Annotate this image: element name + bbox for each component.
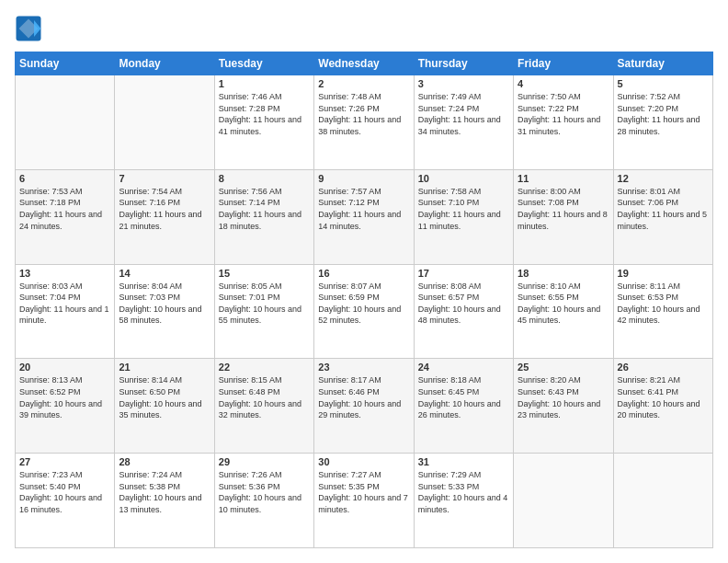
calendar-week-row: 27Sunrise: 7:23 AM Sunset: 5:40 PM Dayli… — [16, 454, 713, 548]
calendar-day-cell: 1Sunrise: 7:46 AM Sunset: 7:28 PM Daylig… — [214, 75, 313, 170]
calendar-day-cell: 3Sunrise: 7:49 AM Sunset: 7:24 PM Daylig… — [414, 75, 513, 170]
calendar-week-row: 1Sunrise: 7:46 AM Sunset: 7:28 PM Daylig… — [16, 75, 713, 170]
day-info: Sunrise: 8:05 AM Sunset: 7:01 PM Dayligh… — [219, 281, 310, 327]
day-info: Sunrise: 8:08 AM Sunset: 6:57 PM Dayligh… — [418, 281, 509, 327]
calendar-header-sunday: Sunday — [16, 52, 115, 75]
calendar-week-row: 6Sunrise: 7:53 AM Sunset: 7:18 PM Daylig… — [16, 169, 713, 264]
calendar-header-monday: Monday — [115, 52, 214, 75]
calendar-day-cell: 25Sunrise: 8:20 AM Sunset: 6:43 PM Dayli… — [514, 359, 613, 454]
day-info: Sunrise: 8:20 AM Sunset: 6:43 PM Dayligh… — [518, 374, 609, 420]
calendar-header-row: SundayMondayTuesdayWednesdayThursdayFrid… — [16, 52, 713, 75]
calendar-day-cell: 24Sunrise: 8:18 AM Sunset: 6:45 PM Dayli… — [414, 359, 513, 454]
calendar-header-wednesday: Wednesday — [314, 52, 414, 75]
day-info: Sunrise: 8:14 AM Sunset: 6:50 PM Dayligh… — [119, 374, 210, 420]
day-info: Sunrise: 8:04 AM Sunset: 7:03 PM Dayligh… — [119, 281, 210, 327]
calendar-day-cell: 16Sunrise: 8:07 AM Sunset: 6:59 PM Dayli… — [314, 264, 414, 359]
day-number: 24 — [418, 362, 509, 373]
calendar-day-cell: 14Sunrise: 8:04 AM Sunset: 7:03 PM Dayli… — [115, 264, 214, 359]
day-number: 26 — [618, 362, 709, 373]
calendar-day-cell: 17Sunrise: 8:08 AM Sunset: 6:57 PM Dayli… — [414, 264, 513, 359]
calendar-day-cell: 6Sunrise: 7:53 AM Sunset: 7:18 PM Daylig… — [16, 169, 115, 264]
day-number: 25 — [518, 362, 609, 373]
calendar-day-cell: 23Sunrise: 8:17 AM Sunset: 6:46 PM Dayli… — [314, 359, 414, 454]
calendar-week-row: 13Sunrise: 8:03 AM Sunset: 7:04 PM Dayli… — [16, 264, 713, 359]
day-number: 31 — [418, 456, 509, 467]
calendar-day-cell: 27Sunrise: 7:23 AM Sunset: 5:40 PM Dayli… — [16, 454, 115, 548]
day-info: Sunrise: 7:23 AM Sunset: 5:40 PM Dayligh… — [19, 469, 110, 515]
day-info: Sunrise: 7:58 AM Sunset: 7:10 PM Dayligh… — [418, 186, 509, 232]
calendar-day-cell: 2Sunrise: 7:48 AM Sunset: 7:26 PM Daylig… — [314, 75, 414, 170]
calendar-day-cell: 22Sunrise: 8:15 AM Sunset: 6:48 PM Dayli… — [214, 359, 313, 454]
day-number: 20 — [19, 362, 110, 373]
day-info: Sunrise: 7:56 AM Sunset: 7:14 PM Dayligh… — [219, 186, 310, 232]
page: SundayMondayTuesdayWednesdayThursdayFrid… — [0, 0, 728, 563]
calendar-day-cell: 28Sunrise: 7:24 AM Sunset: 5:38 PM Dayli… — [115, 454, 214, 548]
calendar-header-friday: Friday — [514, 52, 613, 75]
calendar-day-cell: 12Sunrise: 8:01 AM Sunset: 7:06 PM Dayli… — [613, 169, 712, 264]
day-number: 10 — [418, 173, 509, 184]
day-number: 2 — [318, 78, 409, 89]
day-info: Sunrise: 8:13 AM Sunset: 6:52 PM Dayligh… — [19, 374, 110, 420]
day-info: Sunrise: 7:26 AM Sunset: 5:36 PM Dayligh… — [219, 469, 310, 515]
day-info: Sunrise: 8:17 AM Sunset: 6:46 PM Dayligh… — [318, 374, 409, 420]
day-number: 21 — [119, 362, 210, 373]
calendar-week-row: 20Sunrise: 8:13 AM Sunset: 6:52 PM Dayli… — [16, 359, 713, 454]
day-info: Sunrise: 7:46 AM Sunset: 7:28 PM Dayligh… — [219, 91, 310, 137]
day-info: Sunrise: 8:21 AM Sunset: 6:41 PM Dayligh… — [618, 374, 709, 420]
day-info: Sunrise: 8:07 AM Sunset: 6:59 PM Dayligh… — [318, 281, 409, 327]
day-info: Sunrise: 7:52 AM Sunset: 7:20 PM Dayligh… — [618, 91, 709, 137]
day-number: 6 — [19, 173, 110, 184]
calendar-day-cell: 20Sunrise: 8:13 AM Sunset: 6:52 PM Dayli… — [16, 359, 115, 454]
calendar-day-cell: 15Sunrise: 8:05 AM Sunset: 7:01 PM Dayli… — [214, 264, 313, 359]
day-number: 22 — [219, 362, 310, 373]
header — [15, 15, 713, 42]
day-number: 13 — [19, 268, 110, 279]
day-number: 9 — [318, 173, 409, 184]
day-number: 12 — [618, 173, 709, 184]
calendar-day-cell: 10Sunrise: 7:58 AM Sunset: 7:10 PM Dayli… — [414, 169, 513, 264]
day-number: 11 — [518, 173, 609, 184]
calendar-day-cell: 9Sunrise: 7:57 AM Sunset: 7:12 PM Daylig… — [314, 169, 414, 264]
day-number: 1 — [219, 78, 310, 89]
calendar-day-cell: 7Sunrise: 7:54 AM Sunset: 7:16 PM Daylig… — [115, 169, 214, 264]
day-number: 14 — [119, 268, 210, 279]
calendar-table: SundayMondayTuesdayWednesdayThursdayFrid… — [15, 52, 713, 548]
day-info: Sunrise: 7:27 AM Sunset: 5:35 PM Dayligh… — [318, 469, 409, 515]
day-info: Sunrise: 7:48 AM Sunset: 7:26 PM Dayligh… — [318, 91, 409, 137]
calendar-header-thursday: Thursday — [414, 52, 513, 75]
calendar-day-cell: 19Sunrise: 8:11 AM Sunset: 6:53 PM Dayli… — [613, 264, 712, 359]
day-info: Sunrise: 8:00 AM Sunset: 7:08 PM Dayligh… — [518, 186, 609, 232]
day-number: 28 — [119, 456, 210, 467]
day-info: Sunrise: 8:15 AM Sunset: 6:48 PM Dayligh… — [219, 374, 310, 420]
day-number: 16 — [318, 268, 409, 279]
calendar-day-cell: 8Sunrise: 7:56 AM Sunset: 7:14 PM Daylig… — [214, 169, 313, 264]
day-number: 23 — [318, 362, 409, 373]
calendar-day-cell: 4Sunrise: 7:50 AM Sunset: 7:22 PM Daylig… — [514, 75, 613, 170]
day-info: Sunrise: 8:01 AM Sunset: 7:06 PM Dayligh… — [618, 186, 709, 232]
day-number: 4 — [518, 78, 609, 89]
day-info: Sunrise: 7:24 AM Sunset: 5:38 PM Dayligh… — [119, 469, 210, 515]
day-info: Sunrise: 7:29 AM Sunset: 5:33 PM Dayligh… — [418, 469, 509, 515]
day-number: 18 — [518, 268, 609, 279]
calendar-day-cell: 11Sunrise: 8:00 AM Sunset: 7:08 PM Dayli… — [514, 169, 613, 264]
day-number: 3 — [418, 78, 509, 89]
calendar-day-cell: 30Sunrise: 7:27 AM Sunset: 5:35 PM Dayli… — [314, 454, 414, 548]
day-info: Sunrise: 7:49 AM Sunset: 7:24 PM Dayligh… — [418, 91, 509, 137]
day-number: 5 — [618, 78, 709, 89]
day-info: Sunrise: 8:10 AM Sunset: 6:55 PM Dayligh… — [518, 281, 609, 327]
day-info: Sunrise: 7:53 AM Sunset: 7:18 PM Dayligh… — [19, 186, 110, 232]
day-number: 19 — [618, 268, 709, 279]
day-number: 27 — [19, 456, 110, 467]
day-number: 8 — [219, 173, 310, 184]
calendar-header-saturday: Saturday — [613, 52, 712, 75]
day-number: 15 — [219, 268, 310, 279]
day-number: 17 — [418, 268, 509, 279]
calendar-day-cell: 31Sunrise: 7:29 AM Sunset: 5:33 PM Dayli… — [414, 454, 513, 548]
calendar-day-cell: 21Sunrise: 8:14 AM Sunset: 6:50 PM Dayli… — [115, 359, 214, 454]
day-info: Sunrise: 7:50 AM Sunset: 7:22 PM Dayligh… — [518, 91, 609, 137]
day-number: 30 — [318, 456, 409, 467]
calendar-day-cell: 5Sunrise: 7:52 AM Sunset: 7:20 PM Daylig… — [613, 75, 712, 170]
calendar-day-cell: 29Sunrise: 7:26 AM Sunset: 5:36 PM Dayli… — [214, 454, 313, 548]
logo-icon — [15, 15, 42, 42]
calendar-day-cell — [16, 75, 115, 170]
